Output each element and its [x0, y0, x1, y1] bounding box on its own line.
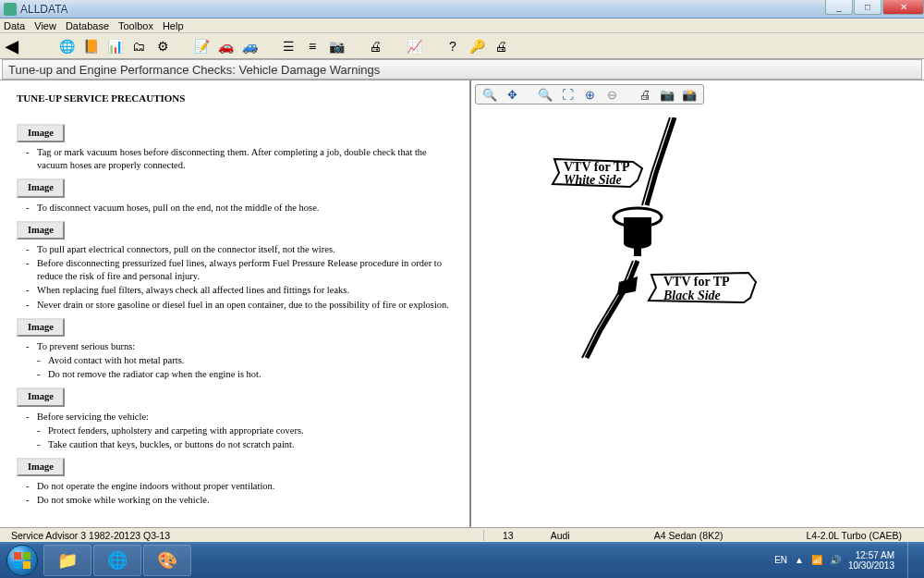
print-icon[interactable]: 🖨	[366, 37, 384, 55]
print-img-icon[interactable]: 🖨	[637, 86, 653, 103]
article-text: When replacing fuel filters, always chec…	[26, 284, 453, 297]
statusbar: Service Advisor 3 1982-20123 Q3-13 13 Au…	[0, 527, 924, 542]
status-engine: L4-2.0L Turbo (CAEB)	[807, 530, 903, 541]
tray-clock[interactable]: 12:57 AM 10/30/2013	[848, 550, 894, 571]
camera-icon[interactable]: 📷	[327, 37, 346, 55]
show-desktop-button[interactable]	[907, 542, 918, 578]
key-icon[interactable]: 🔑	[468, 37, 486, 55]
image-button-4[interactable]: Image	[17, 318, 65, 337]
svg-rect-5	[23, 552, 30, 560]
start-button[interactable]	[2, 544, 43, 577]
zoom-plus-icon[interactable]: ⊕	[581, 86, 598, 103]
book-icon[interactable]: 📙	[81, 37, 100, 55]
status-model: A4 Sedan (8K2)	[654, 530, 723, 541]
article-text: Tag or mark vacuum hoses before disconne…	[26, 146, 453, 172]
image-pane: 🔍 ✥ 🔍 ⛶ ⊕ ⊖ 🖨 📷 📸 VTV for TP White Side	[471, 80, 924, 540]
gear-icon[interactable]: ⚙	[153, 37, 172, 55]
image-button-2[interactable]: Image	[17, 178, 65, 197]
diagram-label-top-1: VTV for TP	[564, 160, 630, 174]
list-icon[interactable]: ☰	[279, 37, 298, 55]
article-text: To disconnect vacuum hoses, pull on the …	[26, 202, 453, 215]
globe-icon[interactable]: 🌐	[57, 37, 76, 55]
svg-rect-3	[634, 247, 641, 256]
tray-network-icon[interactable]: 📶	[811, 555, 822, 565]
article-text: To prevent serious burns:	[26, 340, 453, 353]
window-controls: _ □ ✕	[824, 0, 924, 15]
tray-lang[interactable]: EN	[774, 555, 787, 565]
article-text: Before disconnecting pressurized fuel li…	[26, 257, 453, 283]
menu-database[interactable]: Database	[66, 20, 109, 31]
article-text: Before servicing the vehicle:	[26, 411, 453, 424]
zoom-minus-icon[interactable]: ⊖	[603, 86, 620, 103]
camera3-icon[interactable]: 📸	[681, 86, 698, 103]
status-advisor: Service Advisor 3 1982-20123 Q3-13	[4, 530, 484, 541]
diagram-label-bot-2: Black Side	[663, 289, 721, 302]
svg-rect-6	[14, 561, 21, 569]
menubar: Data View Database Toolbox Help	[0, 18, 924, 33]
app-icon	[4, 3, 17, 16]
taskbar: 📁 🌐 🎨 EN ▲ 📶 🔊 12:57 AM 10/30/2013	[0, 542, 924, 578]
menu-view[interactable]: View	[34, 20, 56, 31]
chart-icon[interactable]: 📈	[405, 37, 423, 55]
lines-icon[interactable]: ≡	[303, 37, 322, 55]
maximize-button[interactable]: □	[854, 0, 881, 15]
minimize-button[interactable]: _	[825, 0, 853, 15]
window-title: ALLDATA	[20, 3, 68, 16]
task-item[interactable]: 🎨	[143, 545, 191, 576]
menu-data[interactable]: Data	[4, 20, 25, 31]
image-toolbar: 🔍 ✥ 🔍 ⛶ ⊕ ⊖ 🖨 📷 📸	[475, 84, 704, 105]
menu-toolbox[interactable]: Toolbox	[118, 20, 153, 31]
breadcrumb: Tune-up and Engine Performance Checks: V…	[2, 59, 922, 80]
article-text: Avoid contact with hot metal parts.	[37, 354, 453, 367]
tray-volume-icon[interactable]: 🔊	[830, 555, 841, 565]
diagram-image: VTV for TP White Side VTV for TP Black S…	[490, 117, 896, 376]
zoom-in-icon[interactable]: 🔍	[481, 86, 498, 103]
diagram-label-top-2: White Side	[564, 173, 622, 187]
image-button-1[interactable]: Image	[17, 124, 65, 142]
move-icon[interactable]: ✥	[504, 86, 520, 103]
article-text: Do not smoke while working on the vehicl…	[26, 494, 453, 507]
article-text: Do not operate the engine indoors withou…	[26, 480, 453, 493]
article-text: Never drain or store gasoline or diesel …	[26, 299, 453, 312]
article-heading: TUNE-UP SERVICE PRECAUTIONS	[17, 92, 453, 105]
image-button-6[interactable]: Image	[17, 458, 65, 476]
image-button-5[interactable]: Image	[17, 387, 65, 406]
task-item[interactable]: 🌐	[93, 545, 141, 576]
window-titlebar: ALLDATA _ □ ✕	[0, 0, 924, 18]
zoom-region-icon[interactable]: 🔍	[537, 86, 553, 103]
back-button[interactable]: ◀	[6, 36, 18, 56]
menu-help[interactable]: Help	[163, 20, 184, 31]
main-split: TUNE-UP SERVICE PRECAUTIONS Image Tag or…	[0, 80, 924, 540]
tray-date: 10/30/2013	[848, 560, 894, 571]
svg-rect-7	[23, 561, 30, 569]
article-text: Do not remove the radiator cap when the …	[37, 368, 453, 381]
svg-rect-4	[14, 552, 21, 560]
zoom-fit-icon[interactable]: ⛶	[559, 86, 576, 103]
close-button[interactable]: ✕	[882, 0, 924, 15]
tray-time: 12:57 AM	[848, 550, 894, 560]
cards-icon[interactable]: 🗂	[129, 37, 148, 55]
status-page: 13	[503, 530, 514, 541]
task-item[interactable]: 📁	[43, 545, 91, 576]
car-icon[interactable]: 🚙	[240, 37, 259, 55]
tray-flag-icon[interactable]: ▲	[795, 555, 804, 565]
status-make: Audi	[551, 530, 570, 541]
printer2-icon[interactable]: 🖨	[492, 37, 510, 55]
image-button-3[interactable]: Image	[17, 221, 65, 240]
newcar-icon[interactable]: 🚗	[216, 37, 235, 55]
article-pane: TUNE-UP SERVICE PRECAUTIONS Image Tag or…	[0, 80, 471, 540]
main-toolbar: ◀ 🌐 📙 📊 🗂 ⚙ 📝 🚗 🚙 ☰ ≡ 📷 🖨 📈 ? 🔑 🖨	[0, 33, 924, 59]
help-icon[interactable]: ?	[444, 37, 462, 55]
note-icon[interactable]: 📝	[192, 37, 211, 55]
article-text: Take caution that keys, buckles, or butt…	[37, 438, 453, 451]
article-text: Protect fenders, upholstery and carpetin…	[37, 424, 453, 437]
breadcrumb-text: Tune-up and Engine Performance Checks: V…	[8, 63, 380, 77]
article-text: To pull apart electrical connectors, pul…	[26, 243, 453, 256]
table-icon[interactable]: 📊	[105, 37, 124, 55]
system-tray: EN ▲ 📶 🔊 12:57 AM 10/30/2013	[774, 542, 924, 578]
camera2-icon[interactable]: 📷	[659, 86, 675, 103]
diagram-label-bot-1: VTV for TP	[663, 275, 730, 289]
